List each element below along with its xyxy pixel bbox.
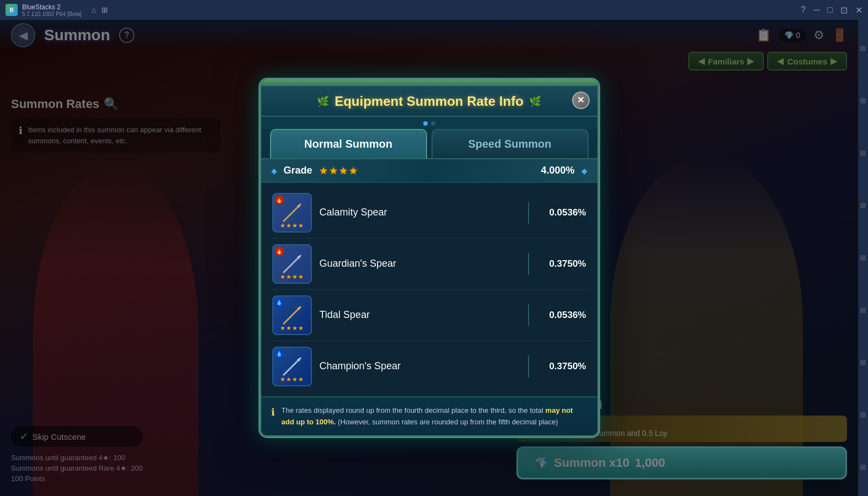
item-divider-3 xyxy=(528,304,529,326)
topbar-right: ? ─ □ ⊡ ✕ xyxy=(801,5,862,15)
sidebar-btn-9[interactable] xyxy=(860,465,866,470)
grade-label: Grade xyxy=(284,165,312,176)
speed-summon-tab[interactable]: Speed Summon xyxy=(432,129,589,158)
sidebar-btn-8[interactable] xyxy=(860,412,866,418)
grade-stars: ★ ★ ★ ★ xyxy=(319,165,358,177)
normal-summon-tab-label: Normal Summon xyxy=(304,138,392,150)
restore-icon[interactable]: □ xyxy=(827,5,833,15)
modal-footer: ℹ The rates displayed round up from the … xyxy=(261,396,597,436)
item-name-guardian: Guardian's Spear xyxy=(320,258,520,269)
item-row: 🔥 ★★★★ Calamity Spear 0.0536% xyxy=(268,187,591,239)
grade-star-3: ★ xyxy=(339,165,348,177)
item-icon-tidal: 💧 ★★★★ xyxy=(272,295,312,335)
item-rate-tidal: 0.0536% xyxy=(537,310,586,321)
element-fire-badge-2: 🔥 xyxy=(275,247,284,256)
grade-star-1: ★ xyxy=(319,165,328,177)
footer-info-icon: ℹ xyxy=(271,406,275,418)
item-row: 🔥 ★★★★ Guardian's Spear 0.3750% xyxy=(268,239,591,290)
sidebar-btn-5[interactable] xyxy=(860,255,866,261)
modal-overlay: 🌿 Equipment Summon Rate Info 🌿 ✕ xyxy=(0,20,858,496)
footer-text-part2: (However, summon rates are rounded up fr… xyxy=(336,418,558,426)
sidebar-btn-6[interactable] xyxy=(860,308,866,313)
item-icon-champion: 💧 ★★★★ xyxy=(272,347,312,386)
item-row: 💧 ★★★★ Champion's Spear 0.3750% xyxy=(268,341,591,392)
sidebar-btn-1[interactable] xyxy=(860,46,866,51)
item-stars-3: ★★★★ xyxy=(280,325,304,332)
leaf-icon-left: 🌿 xyxy=(317,95,329,107)
item-name-tidal: Tidal Spear xyxy=(320,309,520,321)
speed-summon-tab-label: Speed Summon xyxy=(468,138,551,150)
grade-star-4: ★ xyxy=(349,165,358,177)
close-icon[interactable]: ✕ xyxy=(855,5,862,15)
modal-close-button[interactable]: ✕ xyxy=(572,91,590,109)
sidebar-btn-3[interactable] xyxy=(860,150,866,156)
modal-dots xyxy=(261,117,597,129)
element-fire-badge: 🔥 xyxy=(275,196,284,204)
topbar: B BlueStacks 2 5.7.110.1002 P64 [Beta] ⌂… xyxy=(0,0,868,20)
maximize-icon[interactable]: ⊡ xyxy=(840,5,848,15)
item-stars-1: ★★★★ xyxy=(280,222,304,229)
grade-diamond-right: ◆ xyxy=(581,166,587,175)
game-area: ◀ Summon ? 📋 💎 0 ⚙ 🚪 ◀ Familiars ▶ ◀ Cos… xyxy=(0,20,858,496)
item-row: 💧 ★★★★ Tidal Spear 0.0536% xyxy=(268,290,591,341)
grade-diamond-left: ◆ xyxy=(271,166,277,175)
question-icon[interactable]: ? xyxy=(801,5,806,15)
item-divider-1 xyxy=(528,202,529,224)
grade-row: ◆ Grade ★ ★ ★ ★ 4.000% ◆ xyxy=(261,158,597,183)
spear-icon-2 xyxy=(281,252,304,276)
item-icon-guardian: 🔥 ★★★★ xyxy=(272,244,312,284)
item-stars-2: ★★★★ xyxy=(280,273,304,281)
modal-header: 🌿 Equipment Summon Rate Info 🌿 ✕ xyxy=(261,86,597,117)
right-sidebar xyxy=(858,20,868,496)
topbar-icons: ⌂ ⊞ xyxy=(91,6,108,14)
leaf-icon-right: 🌿 xyxy=(529,95,541,107)
grade-star-2: ★ xyxy=(329,165,338,177)
normal-summon-tab[interactable]: Normal Summon xyxy=(270,129,427,158)
grade-percentage: 4.000% xyxy=(541,165,574,176)
spear-icon-4 xyxy=(281,355,304,378)
item-divider-4 xyxy=(528,355,529,378)
footer-text: The rates displayed round up from the fo… xyxy=(282,405,587,428)
sidebar-btn-7[interactable] xyxy=(860,360,866,365)
app-title: BlueStacks 2 xyxy=(22,3,82,11)
item-icon-calamity: 🔥 ★★★★ xyxy=(272,193,312,233)
item-name-champion: Champion's Spear xyxy=(320,360,520,372)
item-name-calamity: Calamity Spear xyxy=(320,207,520,218)
modal-title-deco: 🌿 Equipment Summon Rate Info 🌿 xyxy=(272,94,586,109)
dot-1 xyxy=(423,121,428,126)
home-icon[interactable]: ⌂ xyxy=(91,6,96,14)
close-x-icon: ✕ xyxy=(577,95,584,105)
item-divider-2 xyxy=(528,253,529,275)
element-water-badge: 💧 xyxy=(275,298,284,307)
modal-inner: 🌿 Equipment Summon Rate Info 🌿 ✕ xyxy=(260,85,599,437)
footer-text-part1: The rates displayed round up from the fo… xyxy=(282,406,546,414)
app-version: 5.7.110.1002 P64 [Beta] xyxy=(22,11,82,17)
modal: 🌿 Equipment Summon Rate Info 🌿 ✕ xyxy=(258,78,600,439)
modal-tabs: Normal Summon Speed Summon xyxy=(261,129,597,158)
modal-deco-top xyxy=(260,79,599,85)
spear-icon-1 xyxy=(281,201,304,224)
multi-icon[interactable]: ⊞ xyxy=(101,6,108,14)
item-rate-calamity: 0.0536% xyxy=(537,207,586,218)
dot-2 xyxy=(431,121,435,126)
items-list: 🔥 ★★★★ Calamity Spear 0.0536% xyxy=(261,183,597,396)
modal-title: Equipment Summon Rate Info xyxy=(335,94,524,109)
sidebar-btn-2[interactable] xyxy=(860,98,866,104)
minus-icon[interactable]: ─ xyxy=(813,5,820,15)
item-stars-4: ★★★★ xyxy=(280,376,304,383)
spear-icon-3 xyxy=(281,304,304,327)
item-rate-guardian: 0.3750% xyxy=(537,258,586,269)
item-rate-champion: 0.3750% xyxy=(537,361,586,372)
element-water-badge-2: 💧 xyxy=(275,349,284,358)
bluestacks-logo: B xyxy=(6,4,18,16)
sidebar-btn-4[interactable] xyxy=(860,203,866,208)
